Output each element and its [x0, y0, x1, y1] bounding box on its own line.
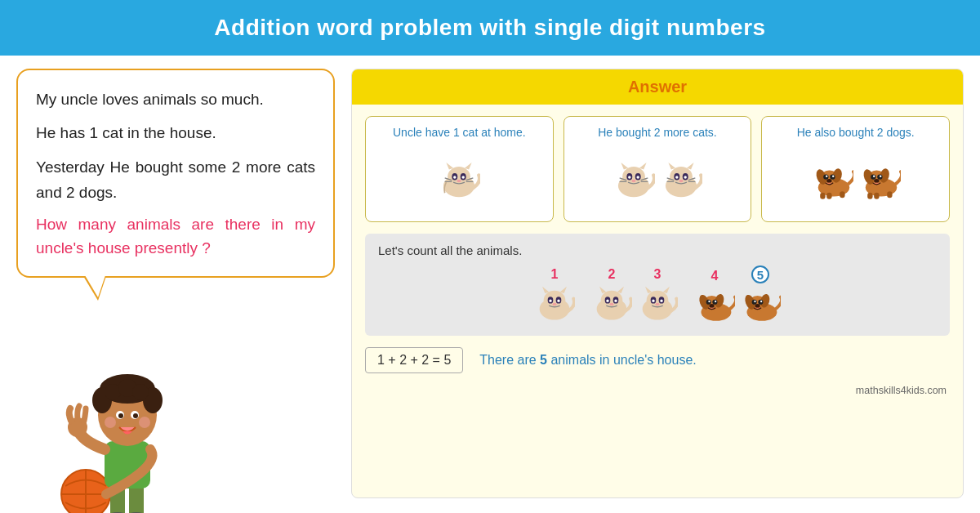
equation-box: 1 + 2 + 2 = 5 [365, 347, 463, 373]
svg-rect-71 [840, 191, 844, 198]
svg-point-110 [656, 303, 660, 306]
svg-point-41 [636, 176, 639, 178]
svg-marker-96 [617, 287, 624, 293]
svg-point-29 [457, 180, 461, 182]
left-panel: My uncle loves animals so much. He has 1… [16, 69, 335, 498]
count-animal-3: 3 [637, 267, 678, 324]
svg-rect-83 [887, 191, 892, 198]
answer-result-prefix: There are [479, 353, 540, 367]
count-animal-4: 4 [694, 269, 735, 326]
svg-point-78 [873, 176, 875, 177]
svg-marker-105 [663, 287, 670, 293]
svg-point-13 [132, 384, 149, 400]
card-3-dogs: He also bought 2 dogs. [761, 116, 950, 222]
count-num-3: 3 [654, 267, 662, 282]
count-cat-1-icon [534, 283, 575, 324]
answer-title: Answer [628, 78, 687, 96]
count-section: Let's count all the animals. 1 [365, 234, 950, 336]
svg-marker-37 [639, 163, 647, 170]
svg-rect-69 [820, 193, 825, 199]
count-num-2: 2 [608, 267, 616, 282]
svg-point-16 [118, 413, 123, 418]
count-animals-row: 1 [378, 265, 937, 326]
watermark: mathskills4kids.com [352, 381, 963, 401]
svg-point-42 [631, 180, 635, 182]
svg-marker-24 [465, 163, 472, 170]
svg-point-80 [874, 179, 879, 183]
card-1-cat: Uncle have 1 cat at home. [365, 116, 554, 222]
main-content: My uncle loves animals so much. He has 1… [0, 56, 980, 511]
problem-line-3: Yesterday He bought some 2 more cats and… [36, 154, 315, 206]
page-header: Addition word problem with single digit … [0, 0, 980, 56]
card-2-cats: He bought 2 more cats. [564, 116, 752, 222]
svg-point-11 [105, 384, 121, 400]
answer-result-number: 5 [540, 353, 547, 367]
svg-point-117 [708, 301, 710, 302]
header-title: Addition word problem with single digit … [214, 15, 765, 40]
svg-point-27 [453, 176, 456, 178]
svg-marker-50 [687, 163, 694, 170]
count-num-5-circle: 5 [751, 265, 769, 283]
dog-icon-3a [811, 159, 853, 202]
svg-point-90 [549, 300, 551, 302]
svg-marker-49 [668, 163, 675, 170]
count-group-dogs-45: 4 [694, 265, 781, 326]
svg-rect-81 [867, 193, 872, 199]
card-3-label: He also bought 2 dogs. [797, 125, 915, 140]
right-panel: Answer Uncle have 1 cat at home. [351, 69, 964, 498]
problem-line-1: My uncle loves animals so much. [36, 87, 315, 112]
svg-point-99 [606, 300, 608, 302]
svg-point-91 [557, 300, 559, 302]
card-3-animals [811, 148, 901, 213]
svg-point-108 [652, 300, 654, 302]
count-num-1: 1 [551, 267, 559, 282]
svg-point-127 [760, 301, 762, 302]
cat-icon-2b [660, 159, 702, 202]
svg-marker-95 [599, 287, 606, 293]
count-cat-3-icon [637, 283, 678, 324]
answer-result-suffix: animals in uncle's house. [547, 353, 697, 367]
svg-point-128 [755, 304, 760, 308]
card-1-label: Uncle have 1 cat at home. [393, 125, 526, 140]
svg-point-119 [709, 304, 714, 308]
count-group-cats-23: 2 [591, 267, 678, 324]
question-text: How many animals are there in my uncle's… [36, 213, 315, 260]
svg-point-17 [133, 413, 138, 418]
answer-text: There are 5 animals in uncle's house. [479, 353, 696, 368]
speech-bubble: My uncle loves animals so much. He has 1… [16, 69, 335, 278]
svg-marker-86 [542, 287, 549, 293]
card-2-label: He bought 2 more cats. [598, 125, 717, 140]
svg-point-118 [715, 301, 716, 302]
svg-point-68 [826, 179, 831, 183]
cat-icon-1 [438, 159, 480, 202]
svg-point-100 [614, 300, 617, 302]
count-num-4: 4 [711, 269, 719, 283]
svg-point-79 [880, 176, 881, 177]
count-dog-4-icon [694, 285, 735, 326]
count-animal-5: 5 [740, 265, 781, 326]
svg-marker-36 [621, 163, 628, 170]
count-animal-2: 2 [591, 267, 632, 324]
count-animal-1: 1 [534, 267, 575, 324]
svg-point-53 [675, 176, 678, 178]
count-label: Let's count all the animals. [378, 243, 937, 257]
dog-icon-3b [858, 159, 901, 202]
svg-marker-104 [645, 287, 652, 293]
svg-point-19 [139, 417, 150, 428]
svg-point-126 [754, 301, 755, 302]
svg-point-101 [610, 303, 614, 306]
count-cat-2-icon [591, 283, 632, 324]
answer-header: Answer [352, 69, 963, 105]
svg-point-28 [462, 176, 465, 178]
equation-formula: 1 + 2 + 2 = 5 [377, 353, 451, 367]
svg-rect-70 [826, 193, 831, 199]
problem-line-2: He has 1 cat in the house. [36, 120, 315, 145]
svg-marker-23 [447, 163, 454, 170]
svg-point-54 [684, 176, 686, 178]
svg-point-92 [553, 303, 557, 306]
card-1-animals [438, 148, 480, 213]
kid-character [41, 343, 188, 506]
card-2-animals [612, 148, 702, 213]
count-dog-5-icon [740, 285, 781, 326]
cat-icon-2a [612, 159, 655, 202]
